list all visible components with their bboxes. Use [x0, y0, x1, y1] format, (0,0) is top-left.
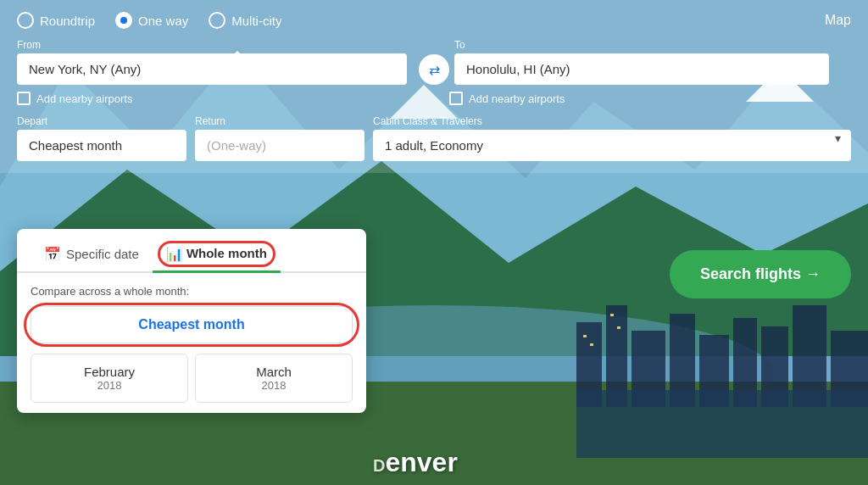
cabin-select[interactable]: 1 adult, Economy: [373, 130, 851, 161]
from-nearby-label: Add nearby airports: [36, 92, 132, 105]
from-label: From: [17, 39, 414, 51]
to-nearby-label: Add nearby airports: [469, 92, 565, 105]
date-picker-dropdown: 📅 Specific date 📊 Whole month Compare ac…: [17, 229, 366, 413]
svg-rect-21: [576, 390, 868, 458]
nearby-airports-row: Add nearby airports Add nearby airports: [17, 92, 851, 105]
dropdown-content: Compare across a whole month: Cheapest m…: [17, 285, 366, 403]
cabin-class-group: Cabin Class & Travelers 1 adult, Economy…: [373, 115, 851, 161]
origin-dest-row: From ⇄ To: [17, 39, 851, 85]
return-field-group: Return: [195, 115, 364, 161]
multi-city-radio[interactable]: [209, 12, 225, 29]
return-label: Return: [195, 115, 364, 127]
search-panel: Roundtrip One way Multi-city Map From ⇄ …: [0, 0, 868, 173]
month-name-feb: February: [42, 365, 177, 379]
calendar-icon: 📅: [44, 246, 61, 262]
cheapest-month-wrapper: Cheapest month: [31, 306, 353, 343]
city-partial-name: enver: [385, 447, 457, 477]
city-name-label: Denver: [373, 447, 458, 478]
multi-city-option[interactable]: Multi-city: [209, 12, 281, 29]
from-nearby-wrapper: Add nearby airports: [17, 92, 432, 105]
to-nearby-checkbox[interactable]: [449, 92, 463, 105]
date-cabin-row: Depart Return Cabin Class & Travelers 1 …: [17, 115, 851, 173]
to-nearby-wrapper: Add nearby airports: [449, 92, 565, 105]
one-way-label: One way: [138, 14, 188, 28]
specific-date-label: Specific date: [66, 247, 139, 261]
svg-rect-18: [590, 343, 593, 346]
map-link[interactable]: Map: [825, 13, 851, 28]
month-year-feb: 2018: [42, 379, 177, 392]
roundtrip-radio[interactable]: [17, 12, 34, 29]
month-february[interactable]: February 2018: [31, 354, 188, 403]
roundtrip-label: Roundtrip: [40, 14, 95, 28]
svg-rect-17: [583, 335, 587, 337]
month-name-mar: March: [206, 365, 342, 379]
depart-label: Depart: [17, 115, 186, 127]
swap-button[interactable]: ⇄: [419, 54, 449, 85]
dropdown-tabs: 📅 Specific date 📊 Whole month: [17, 229, 366, 273]
return-input[interactable]: [195, 130, 364, 161]
from-field-group: From: [17, 39, 414, 85]
bar-chart-icon: 📊: [166, 246, 183, 262]
roundtrip-option[interactable]: Roundtrip: [17, 12, 95, 29]
one-way-option[interactable]: One way: [115, 12, 188, 29]
month-march[interactable]: March 2018: [195, 354, 353, 403]
compare-label: Compare across a whole month:: [31, 285, 353, 298]
to-label: To: [454, 39, 851, 51]
from-nearby-checkbox[interactable]: [17, 92, 31, 105]
to-field-group: To: [454, 39, 851, 85]
whole-month-tab[interactable]: 📊 Whole month: [153, 239, 281, 273]
whole-month-label: Whole month: [186, 246, 267, 262]
multi-city-label: Multi-city: [231, 14, 281, 28]
svg-rect-19: [610, 314, 614, 316]
depart-input[interactable]: [17, 130, 186, 161]
depart-field-group: Depart: [17, 115, 186, 161]
search-btn-wrapper: Search flights →: [670, 250, 851, 298]
specific-date-tab[interactable]: 📅 Specific date: [31, 239, 153, 273]
month-grid: February 2018 March 2018: [31, 354, 353, 403]
cheapest-month-button[interactable]: Cheapest month: [31, 306, 353, 343]
whole-month-oval-wrapper: 📊 Whole month: [166, 246, 267, 262]
one-way-radio[interactable]: [115, 12, 132, 29]
cabin-label: Cabin Class & Travelers: [373, 115, 851, 127]
month-year-mar: 2018: [206, 379, 342, 392]
to-input[interactable]: [454, 53, 829, 85]
svg-rect-20: [617, 326, 620, 329]
trip-type-row: Roundtrip One way Multi-city Map: [17, 12, 851, 29]
from-input[interactable]: [17, 53, 407, 85]
search-flights-button[interactable]: Search flights →: [670, 250, 851, 298]
